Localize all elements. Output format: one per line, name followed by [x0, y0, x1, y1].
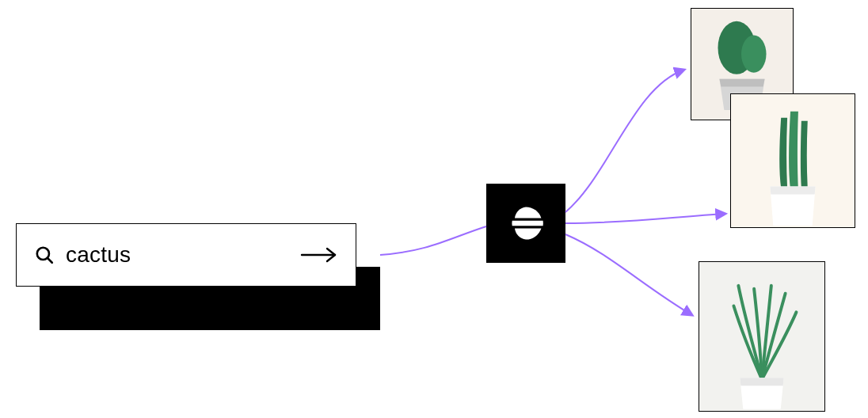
search-icon	[34, 245, 55, 265]
search-engine-node	[486, 184, 565, 263]
svg-line-1	[48, 258, 52, 263]
arrow-right-icon[interactable]	[300, 247, 338, 263]
result-image-2	[730, 93, 855, 228]
search-input[interactable]: cactus	[66, 242, 289, 268]
elasticsearch-logo-icon	[504, 202, 547, 245]
svg-point-5	[741, 36, 767, 73]
result-image-3	[699, 261, 825, 412]
search-box[interactable]: cactus	[16, 223, 356, 287]
